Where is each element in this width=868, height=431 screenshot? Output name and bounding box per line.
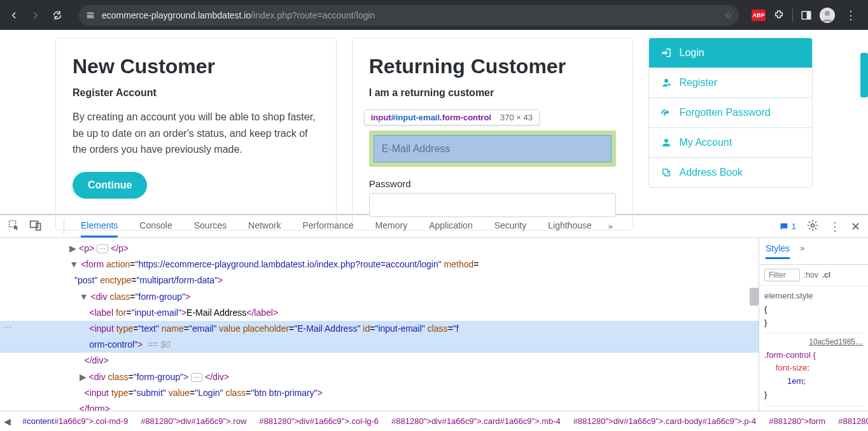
returning-subtitle: I am a returning customer [369,87,616,99]
breadcrumb-item[interactable]: #881280">form [769,416,825,426]
devtools-close-icon[interactable]: ✕ [851,220,860,234]
devtools-tab-memory[interactable]: Memory [375,215,408,237]
devtools-tab-lighthouse[interactable]: Lighthouse [548,215,592,237]
chrome-menu-icon[interactable]: ⋮ [843,8,859,22]
reload-button[interactable] [48,6,66,24]
stylesheet-link[interactable]: 10ac5ed1985… [764,336,863,348]
url-text: ecommerce-playground.lambdatest.io/index… [102,10,375,20]
new-customer-title: New Customer [73,55,319,78]
more-styles-tabs-icon[interactable]: » [800,243,804,259]
breadcrumb-left-icon[interactable]: ◀ [4,416,11,427]
svg-rect-1 [807,11,811,19]
breadcrumb-item[interactable]: #881280">div#1a66c9">.col-lg-6 [259,416,379,426]
devtools-tab-performance[interactable]: Performance [302,215,353,237]
abp-extension-icon[interactable]: ABP [752,10,766,21]
cls-toggle[interactable]: .cl [822,271,830,279]
breadcrumb-item[interactable]: #881280">div#1a66c9">.row [141,416,246,426]
devtools-menu-icon[interactable]: ⋮ [829,220,841,234]
breadcrumb-item[interactable]: #content#1a66c9">.col-md-9 [22,416,128,426]
devtools-tab-network[interactable]: Network [248,215,281,237]
page-viewport: New Customer Register Account By creatin… [0,30,868,214]
devtools-tab-security[interactable]: Security [494,215,527,237]
more-tabs-icon[interactable]: » [608,222,613,231]
breadcrumb-item[interactable]: #881280">div#1a66c9">.card-body#1a66c9">… [573,416,756,426]
sidebar-icon [661,137,672,148]
breadcrumb-item[interactable]: #881280">div#1a66c9">.form-group [838,416,868,426]
back-button[interactable] [5,6,23,24]
password-input[interactable] [369,193,616,217]
sidebar-icon [661,167,672,178]
returning-customer-card: Returning Customer I am a returning cust… [352,38,633,230]
devtools-tab-elements[interactable]: Elements [81,215,118,237]
new-customer-card: New Customer Register Account By creatin… [55,38,337,230]
issues-badge[interactable]: 1 [779,222,796,232]
devtools-tab-application[interactable]: Application [429,215,473,237]
dom-scrollbar-thumb[interactable] [750,288,759,306]
new-customer-subtitle: Register Account [73,87,319,99]
dom-breadcrumb[interactable]: ◀ #content#1a66c9">.col-md-9#881280">div… [0,411,868,431]
sidebar-icon [661,47,672,59]
breadcrumb-item[interactable]: #881280">div#1a66c9">.card#1a66c9">.mb-4 [391,416,561,426]
sidebar-item-register[interactable]: Register [649,67,813,97]
sidebar-item-my-account[interactable]: My Account [649,127,813,157]
element-style-label: element.style [764,290,863,303]
hov-toggle[interactable]: :hov [804,271,818,279]
devtools-tab-sources[interactable]: Sources [194,215,227,237]
email-input-highlight [369,131,616,167]
devtools-tab-console[interactable]: Console [139,215,172,237]
browser-toolbar: ecommerce-playground.lambdatest.io/index… [0,0,868,30]
inspect-element-icon[interactable] [8,219,20,234]
svg-point-3 [825,11,830,16]
extensions-icon[interactable] [773,10,785,21]
account-sidebar: LoginRegisterForgotten PasswordMy Accoun… [648,38,813,230]
settings-icon[interactable] [806,219,819,234]
styles-tab[interactable]: Styles [766,243,790,259]
devtools-panel: ElementsConsoleSourcesNetworkPerformance… [0,214,868,431]
sidebar-icon [661,77,672,88]
new-customer-description: By creating an account you will be able … [73,109,319,158]
sidebar-item-login[interactable]: Login [649,38,813,67]
forward-button[interactable] [27,6,45,24]
sidebar-item-forgotten-password[interactable]: Forgotten Password [649,97,813,127]
page-scrollbar-thumb[interactable] [860,53,868,97]
continue-button[interactable]: Continue [73,172,147,199]
css-selector: .form-control { [764,349,863,362]
dom-tree[interactable]: ⋯ ▶ <p> ⋯ </p> ▼ <form action="https://e… [0,238,759,411]
device-toolbar-icon[interactable] [29,219,42,234]
svg-point-7 [811,224,815,227]
returning-title: Returning Customer [369,55,616,78]
side-panel-icon[interactable] [801,10,812,21]
site-info-icon[interactable] [85,10,95,20]
password-label: Password [369,178,616,189]
dom-gutter-dots[interactable]: ⋯ [3,320,12,336]
bookmark-star-icon[interactable]: ☆ [724,10,732,20]
sidebar-icon [661,107,672,118]
devtools-tabs: ElementsConsoleSourcesNetworkPerformance… [0,215,868,238]
styles-filter-input[interactable] [764,269,800,281]
inspect-tooltip: input#input-email.form-control 370 × 43 [364,110,540,125]
styles-pane: Styles » :hov .cl element.style { } 10ac… [759,238,868,411]
url-bar[interactable]: ecommerce-playground.lambdatest.io/index… [79,5,739,25]
email-input[interactable] [374,135,612,162]
profile-avatar[interactable] [820,8,835,23]
sidebar-item-address-book[interactable]: Address Book [649,157,813,187]
